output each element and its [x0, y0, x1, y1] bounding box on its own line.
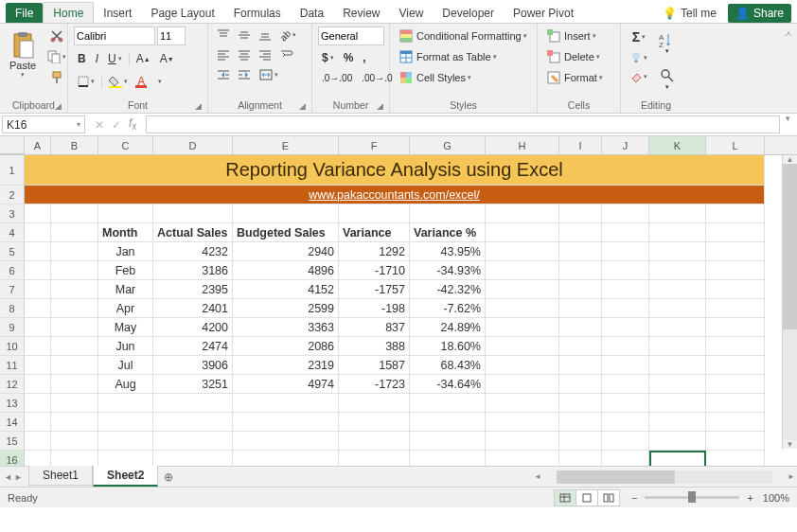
sheet-tab-2[interactable]: Sheet2 [93, 466, 158, 487]
tab-review[interactable]: Review [333, 3, 389, 23]
fill-color-button[interactable] [105, 72, 132, 91]
cell-15-B[interactable] [51, 432, 98, 451]
percent-format-button[interactable]: % [340, 48, 358, 67]
cell-9-A[interactable] [25, 318, 51, 337]
cell-5-H[interactable] [486, 242, 559, 261]
column-header-E[interactable]: E [233, 136, 339, 154]
align-center-button[interactable] [235, 46, 254, 63]
align-middle-button[interactable] [235, 27, 254, 44]
cell-3-J[interactable] [602, 204, 649, 223]
cell-10-I[interactable] [559, 337, 602, 356]
cell-14-G[interactable] [410, 413, 486, 432]
cell-16-D[interactable] [153, 451, 233, 466]
scroll-left-button[interactable]: ◄ [532, 472, 543, 481]
alignment-launcher[interactable]: ◢ [299, 101, 306, 111]
cell-10-A[interactable] [25, 337, 51, 356]
tab-data[interactable]: Data [291, 3, 333, 23]
cell-3-L[interactable] [706, 204, 765, 223]
cell-10-H[interactable] [486, 337, 559, 356]
tab-view[interactable]: View [390, 3, 434, 23]
cell-16-H[interactable] [486, 451, 559, 466]
row-header-3[interactable]: 3 [0, 204, 25, 223]
cell-actual-Jun[interactable]: 2474 [153, 337, 233, 356]
cell-variancepct-Jul[interactable]: 68.43% [410, 356, 486, 375]
cell-4-K[interactable] [649, 223, 706, 242]
italic-button[interactable]: I [92, 49, 102, 68]
fill-button[interactable] [627, 49, 651, 66]
cell-5-A[interactable] [25, 242, 51, 261]
cell-11-K[interactable] [649, 356, 706, 375]
cell-budget-Aug[interactable]: 4974 [233, 375, 339, 394]
cell-13-H[interactable] [486, 394, 559, 413]
cell-14-K[interactable] [649, 413, 706, 432]
cell-10-J[interactable] [602, 337, 649, 356]
cell-7-I[interactable] [559, 280, 602, 299]
orientation-button[interactable]: ab [276, 27, 300, 44]
sheet-tab-1[interactable]: Sheet1 [28, 466, 93, 486]
decrease-indent-button[interactable] [214, 66, 233, 83]
conditional-formatting-button[interactable]: Conditional Formatting [396, 27, 531, 45]
header-variance-pct[interactable]: Variance % [410, 223, 486, 242]
cell-16-L[interactable] [706, 451, 765, 466]
select-all-button[interactable] [0, 136, 25, 154]
cell-12-H[interactable] [486, 375, 559, 394]
cell-6-J[interactable] [602, 261, 649, 280]
cell-14-B[interactable] [51, 413, 98, 432]
row-header-11[interactable]: 11 [0, 356, 25, 375]
cell-4-H[interactable] [486, 223, 559, 242]
cell-6-A[interactable] [25, 261, 51, 280]
cell-6-B[interactable] [51, 261, 98, 280]
cell-12-L[interactable] [706, 375, 765, 394]
cut-button[interactable] [44, 27, 70, 45]
zoom-in-button[interactable]: + [747, 492, 753, 504]
cell-16-I[interactable] [559, 451, 602, 466]
cell-15-C[interactable] [98, 432, 153, 451]
cell-11-I[interactable] [559, 356, 602, 375]
zoom-slider[interactable] [645, 496, 739, 499]
font-color-button[interactable]: A [133, 72, 166, 91]
cell-actual-May[interactable]: 4200 [153, 318, 233, 337]
row-header-14[interactable]: 14 [0, 413, 25, 432]
cell-month-Jun[interactable]: Jun [98, 337, 153, 356]
cell-7-J[interactable] [602, 280, 649, 299]
tab-developer[interactable]: Developer [433, 3, 504, 23]
cell-11-H[interactable] [486, 356, 559, 375]
enter-formula-button[interactable]: ✓ [112, 118, 121, 132]
cell-13-D[interactable] [153, 394, 233, 413]
cell-5-B[interactable] [51, 242, 98, 261]
wrap-text-button[interactable] [276, 46, 297, 63]
tab-home[interactable]: Home [43, 2, 94, 23]
cell-14-C[interactable] [98, 413, 153, 432]
cell-budget-Jul[interactable]: 2319 [233, 356, 339, 375]
cell-13-I[interactable] [559, 394, 602, 413]
cell-6-K[interactable] [649, 261, 706, 280]
cell-actual-Aug[interactable]: 3251 [153, 375, 233, 394]
column-header-F[interactable]: F [339, 136, 410, 154]
cell-8-L[interactable] [706, 299, 765, 318]
cell-month-Apr[interactable]: Apr [98, 299, 153, 318]
cell-8-H[interactable] [486, 299, 559, 318]
cell-15-F[interactable] [339, 432, 410, 451]
cell-month-Jul[interactable]: Jul [98, 356, 153, 375]
cell-5-K[interactable] [649, 242, 706, 261]
row-header-13[interactable]: 13 [0, 394, 25, 413]
cell-13-G[interactable] [410, 394, 486, 413]
cell-3-B[interactable] [51, 204, 98, 223]
cell-15-A[interactable] [25, 432, 51, 451]
cell-4-A[interactable] [25, 223, 51, 242]
cell-3-C[interactable] [98, 204, 153, 223]
insert-function-button[interactable]: fx [129, 116, 136, 132]
cell-3-I[interactable] [559, 204, 602, 223]
column-header-J[interactable]: J [602, 136, 649, 154]
column-header-I[interactable]: I [559, 136, 602, 154]
column-header-H[interactable]: H [486, 136, 559, 154]
increase-decimal-button[interactable]: .0→.00 [318, 70, 356, 86]
cell-9-J[interactable] [602, 318, 649, 337]
scroll-right-button[interactable]: ► [786, 472, 797, 481]
column-header-B[interactable]: B [51, 136, 98, 154]
cell-variancepct-Apr[interactable]: -7.62% [410, 299, 486, 318]
font-size-combo[interactable] [157, 27, 186, 45]
cell-4-B[interactable] [51, 223, 98, 242]
cell-11-L[interactable] [706, 356, 765, 375]
cell-13-B[interactable] [51, 394, 98, 413]
